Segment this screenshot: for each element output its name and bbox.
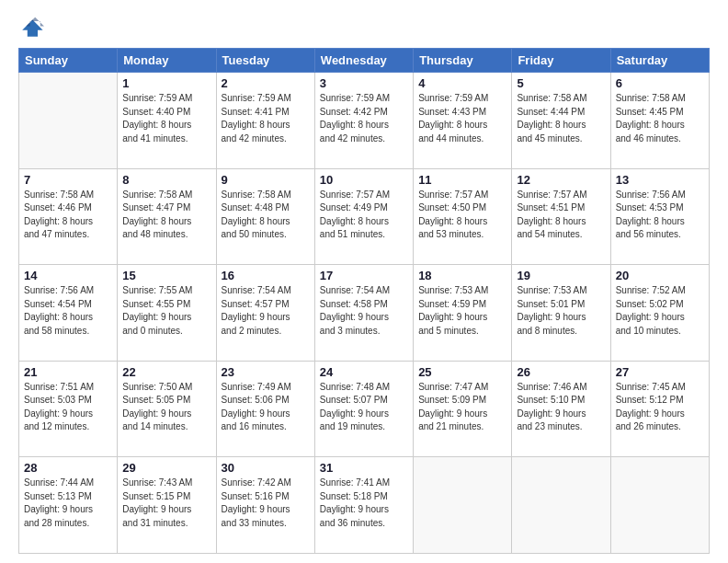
- calendar-cell: 4Sunrise: 7:59 AM Sunset: 4:43 PM Daylig…: [414, 73, 512, 169]
- day-number: 29: [122, 461, 210, 475]
- day-info: Sunrise: 7:58 AM Sunset: 4:45 PM Dayligh…: [616, 92, 704, 145]
- day-number: 1: [122, 76, 210, 90]
- calendar-cell: 20Sunrise: 7:52 AM Sunset: 5:02 PM Dayli…: [610, 265, 709, 362]
- day-info: Sunrise: 7:54 AM Sunset: 4:58 PM Dayligh…: [320, 284, 408, 338]
- calendar-cell: [512, 457, 610, 554]
- calendar-cell: 21Sunrise: 7:51 AM Sunset: 5:03 PM Dayli…: [19, 361, 118, 457]
- day-info: Sunrise: 7:59 AM Sunset: 4:42 PM Dayligh…: [320, 92, 408, 145]
- day-number: 7: [24, 173, 112, 187]
- day-info: Sunrise: 7:52 AM Sunset: 5:02 PM Dayligh…: [616, 284, 704, 338]
- day-number: 31: [320, 461, 408, 475]
- day-number: 25: [418, 365, 506, 379]
- day-number: 16: [222, 269, 310, 282]
- calendar-cell: 7Sunrise: 7:58 AM Sunset: 4:46 PM Daylig…: [19, 168, 118, 265]
- day-number: 21: [24, 365, 112, 379]
- weekday-header-friday: Friday: [512, 49, 610, 73]
- day-number: 23: [222, 365, 310, 379]
- day-info: Sunrise: 7:41 AM Sunset: 5:18 PM Dayligh…: [320, 477, 408, 530]
- day-number: 5: [517, 76, 605, 90]
- weekday-header-tuesday: Tuesday: [216, 49, 314, 73]
- calendar-cell: 17Sunrise: 7:54 AM Sunset: 4:58 PM Dayli…: [314, 265, 413, 362]
- day-info: Sunrise: 7:58 AM Sunset: 4:44 PM Dayligh…: [517, 92, 605, 145]
- calendar-cell: 19Sunrise: 7:53 AM Sunset: 5:01 PM Dayli…: [512, 265, 610, 362]
- day-number: 28: [24, 461, 112, 475]
- calendar-cell: 31Sunrise: 7:41 AM Sunset: 5:18 PM Dayli…: [314, 457, 413, 554]
- calendar-cell: 3Sunrise: 7:59 AM Sunset: 4:42 PM Daylig…: [314, 73, 413, 169]
- calendar-cell: 1Sunrise: 7:59 AM Sunset: 4:40 PM Daylig…: [118, 73, 216, 169]
- weekday-header-monday: Monday: [118, 49, 216, 73]
- day-info: Sunrise: 7:59 AM Sunset: 4:41 PM Dayligh…: [222, 92, 310, 145]
- calendar-cell: 14Sunrise: 7:56 AM Sunset: 4:54 PM Dayli…: [19, 265, 118, 362]
- calendar-cell: 22Sunrise: 7:50 AM Sunset: 5:05 PM Dayli…: [118, 361, 216, 457]
- calendar-cell: 24Sunrise: 7:48 AM Sunset: 5:07 PM Dayli…: [314, 361, 413, 457]
- day-info: Sunrise: 7:49 AM Sunset: 5:06 PM Dayligh…: [222, 381, 310, 434]
- day-info: Sunrise: 7:54 AM Sunset: 4:57 PM Dayligh…: [222, 284, 310, 338]
- logo: [18, 15, 48, 40]
- day-number: 6: [616, 76, 704, 90]
- calendar-cell: [610, 457, 709, 554]
- day-info: Sunrise: 7:56 AM Sunset: 4:53 PM Dayligh…: [616, 189, 704, 242]
- weekday-header-wednesday: Wednesday: [314, 49, 413, 73]
- day-info: Sunrise: 7:45 AM Sunset: 5:12 PM Dayligh…: [616, 381, 704, 434]
- calendar-cell: 27Sunrise: 7:45 AM Sunset: 5:12 PM Dayli…: [610, 361, 709, 457]
- calendar-cell: [414, 457, 512, 554]
- day-info: Sunrise: 7:57 AM Sunset: 4:51 PM Dayligh…: [517, 189, 605, 242]
- calendar-cell: 9Sunrise: 7:58 AM Sunset: 4:48 PM Daylig…: [216, 168, 314, 265]
- day-number: 27: [616, 365, 704, 379]
- day-number: 17: [320, 269, 408, 282]
- day-info: Sunrise: 7:46 AM Sunset: 5:10 PM Dayligh…: [517, 381, 605, 434]
- day-info: Sunrise: 7:47 AM Sunset: 5:09 PM Dayligh…: [418, 381, 506, 434]
- logo-icon: [18, 15, 44, 40]
- day-number: 19: [517, 269, 605, 282]
- day-number: 9: [222, 173, 310, 187]
- day-info: Sunrise: 7:44 AM Sunset: 5:13 PM Dayligh…: [24, 477, 112, 530]
- day-number: 22: [122, 365, 210, 379]
- day-number: 30: [222, 461, 310, 475]
- page-header: [18, 15, 710, 40]
- day-info: Sunrise: 7:48 AM Sunset: 5:07 PM Dayligh…: [320, 381, 408, 434]
- day-info: Sunrise: 7:53 AM Sunset: 5:01 PM Dayligh…: [517, 284, 605, 338]
- day-number: 26: [517, 365, 605, 379]
- day-number: 18: [418, 269, 506, 282]
- day-info: Sunrise: 7:42 AM Sunset: 5:16 PM Dayligh…: [222, 477, 310, 530]
- calendar-cell: 8Sunrise: 7:58 AM Sunset: 4:47 PM Daylig…: [118, 168, 216, 265]
- weekday-header-sunday: Sunday: [19, 49, 118, 73]
- calendar-cell: 6Sunrise: 7:58 AM Sunset: 4:45 PM Daylig…: [610, 73, 709, 169]
- weekday-header-thursday: Thursday: [414, 49, 512, 73]
- svg-marker-0: [22, 20, 42, 37]
- day-info: Sunrise: 7:56 AM Sunset: 4:54 PM Dayligh…: [24, 284, 112, 338]
- calendar-cell: [19, 73, 118, 169]
- calendar-cell: 18Sunrise: 7:53 AM Sunset: 4:59 PM Dayli…: [414, 265, 512, 362]
- calendar-table: SundayMondayTuesdayWednesdayThursdayFrid…: [18, 48, 710, 554]
- calendar-cell: 26Sunrise: 7:46 AM Sunset: 5:10 PM Dayli…: [512, 361, 610, 457]
- day-number: 15: [122, 269, 210, 282]
- day-info: Sunrise: 7:50 AM Sunset: 5:05 PM Dayligh…: [122, 381, 210, 434]
- day-number: 3: [320, 76, 408, 90]
- calendar-cell: 2Sunrise: 7:59 AM Sunset: 4:41 PM Daylig…: [216, 73, 314, 169]
- calendar-cell: 29Sunrise: 7:43 AM Sunset: 5:15 PM Dayli…: [118, 457, 216, 554]
- day-number: 10: [320, 173, 408, 187]
- day-info: Sunrise: 7:43 AM Sunset: 5:15 PM Dayligh…: [122, 477, 210, 530]
- calendar-cell: 28Sunrise: 7:44 AM Sunset: 5:13 PM Dayli…: [19, 457, 118, 554]
- day-info: Sunrise: 7:58 AM Sunset: 4:46 PM Dayligh…: [24, 189, 112, 242]
- day-info: Sunrise: 7:53 AM Sunset: 4:59 PM Dayligh…: [418, 284, 506, 338]
- day-number: 20: [616, 269, 704, 282]
- day-info: Sunrise: 7:59 AM Sunset: 4:43 PM Dayligh…: [418, 92, 506, 145]
- day-info: Sunrise: 7:55 AM Sunset: 4:55 PM Dayligh…: [122, 284, 210, 338]
- day-info: Sunrise: 7:58 AM Sunset: 4:47 PM Dayligh…: [122, 189, 210, 242]
- calendar-cell: 15Sunrise: 7:55 AM Sunset: 4:55 PM Dayli…: [118, 265, 216, 362]
- day-number: 8: [122, 173, 210, 187]
- calendar-cell: 30Sunrise: 7:42 AM Sunset: 5:16 PM Dayli…: [216, 457, 314, 554]
- calendar-cell: 10Sunrise: 7:57 AM Sunset: 4:49 PM Dayli…: [314, 168, 413, 265]
- weekday-header-saturday: Saturday: [610, 49, 709, 73]
- calendar-cell: 23Sunrise: 7:49 AM Sunset: 5:06 PM Dayli…: [216, 361, 314, 457]
- calendar-cell: 11Sunrise: 7:57 AM Sunset: 4:50 PM Dayli…: [414, 168, 512, 265]
- calendar-cell: 12Sunrise: 7:57 AM Sunset: 4:51 PM Dayli…: [512, 168, 610, 265]
- day-number: 13: [616, 173, 704, 187]
- day-number: 4: [418, 76, 506, 90]
- day-number: 12: [517, 173, 605, 187]
- day-number: 14: [24, 269, 112, 282]
- day-info: Sunrise: 7:59 AM Sunset: 4:40 PM Dayligh…: [122, 92, 210, 145]
- day-info: Sunrise: 7:57 AM Sunset: 4:49 PM Dayligh…: [320, 189, 408, 242]
- calendar-cell: 16Sunrise: 7:54 AM Sunset: 4:57 PM Dayli…: [216, 265, 314, 362]
